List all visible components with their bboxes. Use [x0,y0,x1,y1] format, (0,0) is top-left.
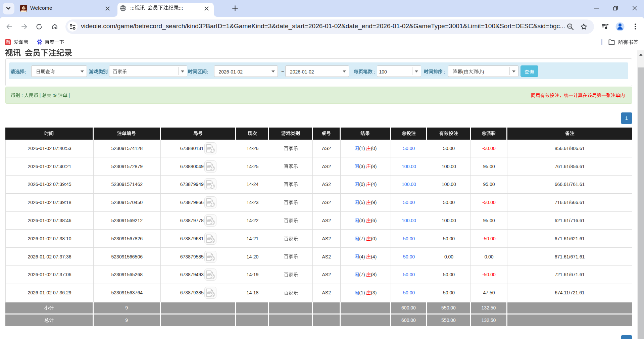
svg-text:du: du [39,42,41,44]
